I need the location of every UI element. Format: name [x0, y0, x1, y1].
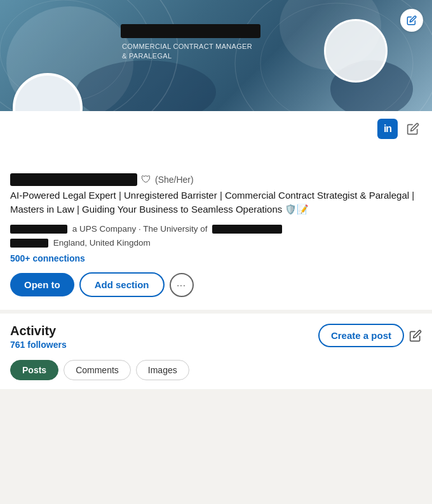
profile-card-body: in 🛡 (She/Her) AI-Powered Legal Expert |…: [0, 111, 432, 310]
connections-link[interactable]: 500+ connections: [10, 253, 422, 263]
linkedin-button[interactable]: in: [377, 119, 398, 139]
more-dots-icon: ···: [177, 280, 186, 290]
activity-edit-button[interactable]: [409, 329, 422, 342]
company-suffix: a UPS Company · The University of: [72, 224, 208, 234]
activity-actions: Create a post: [318, 324, 422, 347]
add-section-button[interactable]: Add section: [79, 272, 165, 297]
create-post-button[interactable]: Create a post: [318, 324, 404, 347]
activity-title-group: Activity 761 followers: [10, 324, 67, 350]
banner-title: COMMERCIAL CONTRACT MANAGER & PARALEGAL: [122, 42, 252, 62]
open-to-button[interactable]: Open to: [10, 273, 74, 296]
pronouns: (She/Her): [155, 175, 194, 185]
company-bar-2: [212, 225, 282, 234]
banner-name-bar: [121, 24, 260, 38]
avatar-right: [324, 19, 388, 83]
activity-tabs: PostsCommentsImages: [10, 351, 422, 389]
location-bar: [10, 239, 48, 248]
company-bar-1: [10, 225, 67, 234]
profile-content: 🛡 (She/Her) AI-Powered Legal Expert | Un…: [0, 139, 432, 310]
profile-meta-location: England, United Kingdom: [10, 237, 422, 249]
tab-comments[interactable]: Comments: [64, 360, 131, 380]
activity-section: Activity 761 followers Create a post Pos…: [0, 314, 432, 389]
profile-name-row: 🛡 (She/Her): [10, 173, 422, 186]
profile-headline: AI-Powered Legal Expert | Unregistered B…: [10, 189, 422, 216]
more-options-button[interactable]: ···: [170, 273, 194, 297]
activity-header: Activity 761 followers Create a post: [10, 324, 422, 350]
tab-images[interactable]: Images: [136, 360, 189, 380]
action-buttons-row: Open to Add section ···: [10, 272, 422, 297]
profile-name-redacted: [10, 173, 137, 186]
tab-posts[interactable]: Posts: [10, 360, 58, 380]
profile-card: COMMERCIAL CONTRACT MANAGER & PARALEGAL …: [0, 0, 432, 310]
activity-followers[interactable]: 761 followers: [10, 340, 67, 350]
activity-title: Activity: [10, 324, 67, 338]
profile-edit-button[interactable]: [404, 120, 422, 138]
banner: COMMERCIAL CONTRACT MANAGER & PARALEGAL: [0, 0, 432, 111]
banner-edit-button[interactable]: [400, 9, 423, 32]
profile-meta-company: a UPS Company · The University of: [10, 223, 422, 235]
verified-icon: 🛡: [141, 174, 151, 185]
top-actions-row: in: [0, 111, 432, 139]
